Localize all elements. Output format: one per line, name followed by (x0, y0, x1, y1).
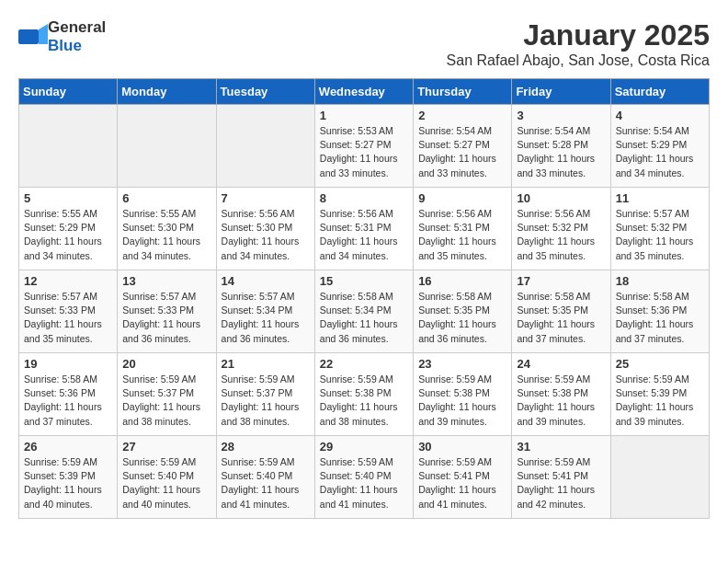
logo-icon (18, 22, 48, 52)
calendar-cell: 22Sunrise: 5:59 AM Sunset: 5:38 PM Dayli… (314, 353, 413, 436)
day-number: 5 (24, 191, 112, 205)
day-info: Sunrise: 5:56 AM Sunset: 5:31 PM Dayligh… (418, 207, 506, 263)
day-header-saturday: Saturday (610, 79, 709, 105)
day-info: Sunrise: 5:59 AM Sunset: 5:38 PM Dayligh… (418, 373, 506, 429)
day-info: Sunrise: 5:59 AM Sunset: 5:40 PM Dayligh… (320, 455, 408, 511)
calendar-cell (118, 105, 216, 188)
calendar-cell: 4Sunrise: 5:54 AM Sunset: 5:29 PM Daylig… (610, 105, 709, 188)
day-info: Sunrise: 5:59 AM Sunset: 5:39 PM Dayligh… (24, 455, 112, 511)
day-info: Sunrise: 5:53 AM Sunset: 5:27 PM Dayligh… (320, 124, 408, 180)
day-number: 13 (122, 274, 210, 288)
day-info: Sunrise: 5:55 AM Sunset: 5:30 PM Dayligh… (122, 207, 210, 263)
day-number: 1 (320, 109, 408, 122)
day-number: 19 (24, 357, 112, 371)
day-number: 17 (517, 274, 605, 288)
day-number: 27 (122, 440, 210, 454)
calendar-cell: 9Sunrise: 5:56 AM Sunset: 5:31 PM Daylig… (414, 188, 512, 270)
day-header-tuesday: Tuesday (216, 79, 314, 105)
day-info: Sunrise: 5:54 AM Sunset: 5:29 PM Dayligh… (616, 124, 704, 180)
day-number: 6 (122, 191, 210, 205)
day-number: 25 (616, 357, 704, 371)
day-number: 28 (222, 440, 310, 454)
day-number: 20 (122, 357, 210, 371)
day-info: Sunrise: 5:59 AM Sunset: 5:40 PM Dayligh… (122, 455, 210, 511)
calendar-cell: 25Sunrise: 5:59 AM Sunset: 5:39 PM Dayli… (610, 353, 709, 436)
day-info: Sunrise: 5:58 AM Sunset: 5:36 PM Dayligh… (616, 290, 704, 346)
week-row-5: 26Sunrise: 5:59 AM Sunset: 5:39 PM Dayli… (19, 436, 710, 519)
calendar-cell (19, 105, 118, 188)
day-number: 18 (616, 274, 704, 288)
day-header-friday: Friday (512, 79, 610, 105)
calendar-cell: 24Sunrise: 5:59 AM Sunset: 5:38 PM Dayli… (512, 353, 610, 436)
calendar-cell (216, 105, 314, 188)
calendar-cell: 5Sunrise: 5:55 AM Sunset: 5:29 PM Daylig… (19, 188, 118, 270)
calendar-cell: 23Sunrise: 5:59 AM Sunset: 5:38 PM Dayli… (414, 353, 512, 436)
week-row-4: 19Sunrise: 5:58 AM Sunset: 5:36 PM Dayli… (19, 353, 710, 436)
day-headers-row: SundayMondayTuesdayWednesdayThursdayFrid… (19, 79, 710, 105)
day-info: Sunrise: 5:58 AM Sunset: 5:35 PM Dayligh… (418, 290, 506, 346)
page-header: General Blue January 2025 San Rafael Aba… (18, 18, 710, 69)
calendar-cell: 30Sunrise: 5:59 AM Sunset: 5:41 PM Dayli… (414, 436, 512, 519)
calendar-table: SundayMondayTuesdayWednesdayThursdayFrid… (18, 78, 710, 519)
calendar-cell (610, 436, 709, 519)
calendar-cell: 10Sunrise: 5:56 AM Sunset: 5:32 PM Dayli… (512, 188, 610, 270)
month-title: January 2025 (447, 18, 710, 52)
logo-text-blue: Blue (48, 37, 82, 54)
day-number: 31 (517, 440, 605, 454)
calendar-cell: 26Sunrise: 5:59 AM Sunset: 5:39 PM Dayli… (19, 436, 118, 519)
day-number: 8 (320, 191, 408, 205)
day-header-thursday: Thursday (414, 79, 512, 105)
day-info: Sunrise: 5:56 AM Sunset: 5:32 PM Dayligh… (517, 207, 605, 263)
day-info: Sunrise: 5:54 AM Sunset: 5:28 PM Dayligh… (517, 124, 605, 180)
day-info: Sunrise: 5:59 AM Sunset: 5:39 PM Dayligh… (616, 373, 704, 429)
day-number: 21 (222, 357, 310, 371)
title-block: January 2025 San Rafael Abajo, San Jose,… (447, 18, 710, 69)
day-info: Sunrise: 5:59 AM Sunset: 5:41 PM Dayligh… (517, 455, 605, 511)
calendar-cell: 3Sunrise: 5:54 AM Sunset: 5:28 PM Daylig… (512, 105, 610, 188)
day-number: 7 (222, 191, 310, 205)
calendar-cell: 27Sunrise: 5:59 AM Sunset: 5:40 PM Dayli… (118, 436, 216, 519)
day-number: 10 (517, 191, 605, 205)
day-info: Sunrise: 5:57 AM Sunset: 5:34 PM Dayligh… (222, 290, 310, 346)
logo: General Blue (18, 18, 106, 55)
day-number: 23 (418, 357, 506, 371)
day-number: 9 (418, 191, 506, 205)
calendar-cell: 21Sunrise: 5:59 AM Sunset: 5:37 PM Dayli… (216, 353, 314, 436)
calendar-cell: 6Sunrise: 5:55 AM Sunset: 5:30 PM Daylig… (118, 188, 216, 270)
day-info: Sunrise: 5:57 AM Sunset: 5:33 PM Dayligh… (122, 290, 210, 346)
calendar-cell: 13Sunrise: 5:57 AM Sunset: 5:33 PM Dayli… (118, 270, 216, 353)
day-number: 14 (222, 274, 310, 288)
day-info: Sunrise: 5:58 AM Sunset: 5:34 PM Dayligh… (320, 290, 408, 346)
day-number: 29 (320, 440, 408, 454)
day-info: Sunrise: 5:56 AM Sunset: 5:30 PM Dayligh… (222, 207, 310, 263)
calendar-cell: 14Sunrise: 5:57 AM Sunset: 5:34 PM Dayli… (216, 270, 314, 353)
calendar-cell: 1Sunrise: 5:53 AM Sunset: 5:27 PM Daylig… (314, 105, 413, 188)
svg-rect-0 (18, 29, 39, 44)
calendar-cell: 17Sunrise: 5:58 AM Sunset: 5:35 PM Dayli… (512, 270, 610, 353)
logo-text-general: General (48, 18, 106, 36)
calendar-cell: 31Sunrise: 5:59 AM Sunset: 5:41 PM Dayli… (512, 436, 610, 519)
day-number: 22 (320, 357, 408, 371)
day-number: 12 (24, 274, 112, 288)
calendar-cell: 20Sunrise: 5:59 AM Sunset: 5:37 PM Dayli… (118, 353, 216, 436)
calendar-cell: 29Sunrise: 5:59 AM Sunset: 5:40 PM Dayli… (314, 436, 413, 519)
calendar-cell: 12Sunrise: 5:57 AM Sunset: 5:33 PM Dayli… (19, 270, 118, 353)
day-info: Sunrise: 5:59 AM Sunset: 5:38 PM Dayligh… (320, 373, 408, 429)
day-info: Sunrise: 5:59 AM Sunset: 5:38 PM Dayligh… (517, 373, 605, 429)
day-info: Sunrise: 5:55 AM Sunset: 5:29 PM Dayligh… (24, 207, 112, 263)
day-number: 30 (418, 440, 506, 454)
calendar-cell: 28Sunrise: 5:59 AM Sunset: 5:40 PM Dayli… (216, 436, 314, 519)
calendar-cell: 19Sunrise: 5:58 AM Sunset: 5:36 PM Dayli… (19, 353, 118, 436)
day-header-monday: Monday (118, 79, 216, 105)
week-row-2: 5Sunrise: 5:55 AM Sunset: 5:29 PM Daylig… (19, 188, 710, 270)
day-number: 4 (616, 109, 704, 122)
day-number: 2 (418, 109, 506, 122)
day-info: Sunrise: 5:56 AM Sunset: 5:31 PM Dayligh… (320, 207, 408, 263)
calendar-cell: 16Sunrise: 5:58 AM Sunset: 5:35 PM Dayli… (414, 270, 512, 353)
day-info: Sunrise: 5:59 AM Sunset: 5:41 PM Dayligh… (418, 455, 506, 511)
calendar-cell: 7Sunrise: 5:56 AM Sunset: 5:30 PM Daylig… (216, 188, 314, 270)
calendar-cell: 11Sunrise: 5:57 AM Sunset: 5:32 PM Dayli… (610, 188, 709, 270)
day-info: Sunrise: 5:59 AM Sunset: 5:37 PM Dayligh… (122, 373, 210, 429)
day-number: 16 (418, 274, 506, 288)
day-info: Sunrise: 5:58 AM Sunset: 5:36 PM Dayligh… (24, 373, 112, 429)
